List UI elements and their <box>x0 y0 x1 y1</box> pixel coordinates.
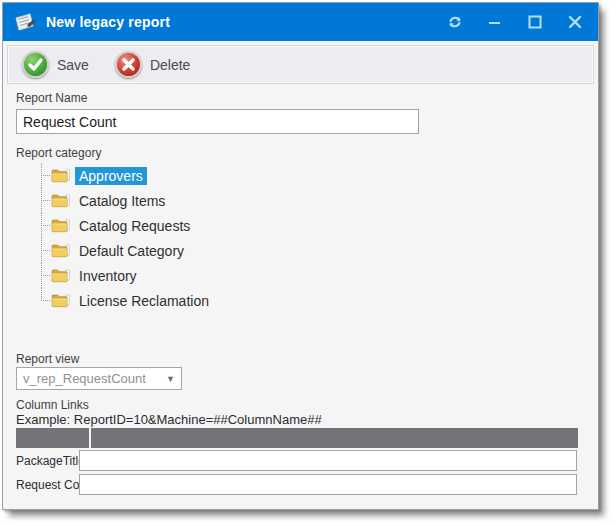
tree-item-label: Catalog Requests <box>75 217 194 235</box>
column-row-label: PackageTitle <box>16 454 85 468</box>
tree-item-label: Approvers <box>75 167 147 185</box>
tree-connector-horizontal <box>41 275 50 276</box>
tree-connector-horizontal <box>41 250 50 251</box>
folder-icon <box>51 218 70 233</box>
chevron-down-icon: ▼ <box>166 374 175 384</box>
report-note-icon <box>13 11 37 33</box>
tree-item-label: License Reclamation <box>75 292 213 310</box>
report-name-label: Report Name <box>16 91 87 105</box>
folder-icon <box>51 193 70 208</box>
report-category-tree: ApproversCatalog ItemsCatalog RequestsDe… <box>16 163 316 313</box>
minimize-icon[interactable] <box>482 9 508 35</box>
tree-item-catalog-requests[interactable]: Catalog Requests <box>16 213 316 238</box>
delete-x-icon <box>115 51 142 78</box>
folder-icon <box>51 243 70 258</box>
window-title: New legacy report <box>46 14 170 30</box>
folder-icon <box>51 168 70 183</box>
title-bar[interactable]: New legacy report <box>3 3 598 41</box>
folder-icon <box>51 293 70 308</box>
folder-icon <box>51 268 70 283</box>
close-icon[interactable] <box>562 9 588 35</box>
save-check-icon <box>22 51 49 78</box>
column-links-label: Column Links <box>16 398 89 412</box>
grid-header-label-column <box>16 428 89 448</box>
delete-button[interactable]: Delete <box>115 51 190 78</box>
new-legacy-report-dialog: New legacy report <box>2 2 599 510</box>
tree-item-inventory[interactable]: Inventory <box>16 263 316 288</box>
tree-item-default-category[interactable]: Default Category <box>16 238 316 263</box>
column-link-input-requestcount[interactable] <box>79 474 577 495</box>
toolbar: Save Delete <box>7 45 594 84</box>
column-link-input-packagetitle[interactable] <box>79 450 577 471</box>
tree-item-label: Catalog Items <box>75 192 169 210</box>
screen: New legacy report <box>0 0 616 526</box>
tree-item-approvers[interactable]: Approvers <box>16 163 316 188</box>
tree-connector-horizontal <box>41 225 50 226</box>
tree-connector-horizontal <box>41 300 50 301</box>
tree-connector-horizontal <box>41 175 50 176</box>
tree-item-catalog-items[interactable]: Catalog Items <box>16 188 316 213</box>
maximize-icon[interactable] <box>522 9 548 35</box>
save-button[interactable]: Save <box>22 51 89 78</box>
window-controls <box>442 9 588 35</box>
report-view-label: Report view <box>16 352 79 366</box>
tree-item-license-reclamation[interactable]: License Reclamation <box>16 288 316 313</box>
report-name-input[interactable] <box>16 109 419 134</box>
tree-item-label: Default Category <box>75 242 188 260</box>
tree-item-label: Inventory <box>75 267 141 285</box>
report-view-dropdown[interactable]: v_rep_RequestCount ▼ <box>16 367 182 390</box>
grid-header-link-column <box>91 428 578 448</box>
save-label: Save <box>57 57 89 73</box>
report-category-label: Report category <box>16 146 101 160</box>
delete-label: Delete <box>150 57 190 73</box>
tree-connector-horizontal <box>41 200 50 201</box>
report-view-value: v_rep_RequestCount <box>23 371 166 386</box>
column-links-example: Example: ReportID=10&Machine=##ColumnNam… <box>16 412 322 427</box>
refresh-icon[interactable] <box>442 9 468 35</box>
